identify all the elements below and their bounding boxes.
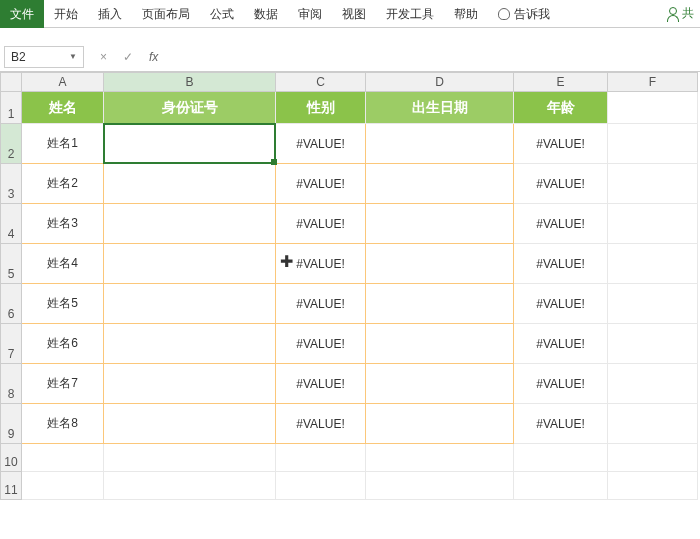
cell[interactable]: 姓名4 [22,244,104,284]
cell[interactable]: #VALUE! [276,164,366,204]
cell[interactable]: #VALUE! [276,244,366,284]
cell[interactable]: 姓名6 [22,324,104,364]
tab-view[interactable]: 视图 [332,0,376,28]
cell[interactable] [608,444,698,472]
tab-review[interactable]: 审阅 [288,0,332,28]
cancel-icon[interactable]: × [100,50,107,64]
cell[interactable] [104,124,276,164]
tab-file[interactable]: 文件 [0,0,44,28]
cell[interactable] [104,244,276,284]
col-header-b[interactable]: B [104,72,276,92]
cell-d1[interactable]: 出生日期 [366,92,514,124]
cell[interactable]: #VALUE! [514,124,608,164]
tab-help[interactable]: 帮助 [444,0,488,28]
row-header[interactable]: 7 [0,324,22,364]
formula-input[interactable] [174,46,700,68]
cell[interactable] [104,324,276,364]
tab-data[interactable]: 数据 [244,0,288,28]
cell[interactable] [366,364,514,404]
row-header[interactable]: 3 [0,164,22,204]
cell[interactable]: #VALUE! [514,404,608,444]
share-button[interactable]: 共 [666,5,700,22]
row-header[interactable]: 11 [0,472,22,500]
cell[interactable] [366,124,514,164]
cell[interactable] [514,444,608,472]
tab-tellme[interactable]: 告诉我 [488,0,560,28]
cell-e1[interactable]: 年龄 [514,92,608,124]
cell[interactable]: #VALUE! [276,204,366,244]
cell[interactable]: #VALUE! [276,284,366,324]
cell[interactable]: #VALUE! [514,244,608,284]
cell-a1[interactable]: 姓名 [22,92,104,124]
cell[interactable]: 姓名7 [22,364,104,404]
cell[interactable] [608,364,698,404]
cell[interactable] [22,472,104,500]
col-header-c[interactable]: C [276,72,366,92]
cell[interactable] [608,284,698,324]
cell[interactable] [366,164,514,204]
col-header-e[interactable]: E [514,72,608,92]
col-header-d[interactable]: D [366,72,514,92]
cell[interactable] [104,284,276,324]
cell[interactable] [366,244,514,284]
cell[interactable] [366,324,514,364]
col-header-f[interactable]: F [608,72,698,92]
tab-insert[interactable]: 插入 [88,0,132,28]
cell[interactable]: #VALUE! [514,164,608,204]
cell[interactable] [104,364,276,404]
cell[interactable] [104,164,276,204]
cell[interactable] [104,404,276,444]
cell[interactable]: #VALUE! [276,364,366,404]
cell[interactable] [608,204,698,244]
cell-f1[interactable] [608,92,698,124]
cell[interactable] [608,164,698,204]
row-header[interactable]: 8 [0,364,22,404]
cell[interactable] [366,472,514,500]
cell[interactable]: #VALUE! [514,204,608,244]
cell-b1[interactable]: 身份证号 [104,92,276,124]
cell[interactable]: #VALUE! [276,404,366,444]
cell[interactable] [104,472,276,500]
cell[interactable] [104,444,276,472]
tab-layout[interactable]: 页面布局 [132,0,200,28]
select-all-corner[interactable] [0,72,22,92]
cell[interactable] [366,204,514,244]
cell[interactable] [276,444,366,472]
cell[interactable]: 姓名1 [22,124,104,164]
cell[interactable]: #VALUE! [514,364,608,404]
tab-home[interactable]: 开始 [44,0,88,28]
cell[interactable]: #VALUE! [514,324,608,364]
row-header[interactable]: 2 [0,124,22,164]
tab-developer[interactable]: 开发工具 [376,0,444,28]
name-box[interactable]: B2 ▼ [4,46,84,68]
cell[interactable]: 姓名5 [22,284,104,324]
cell[interactable] [104,204,276,244]
confirm-icon[interactable]: ✓ [123,50,133,64]
row-header[interactable]: 10 [0,444,22,472]
cell[interactable]: 姓名3 [22,204,104,244]
fx-icon[interactable]: fx [149,50,158,64]
cell[interactable] [366,404,514,444]
cell[interactable]: #VALUE! [514,284,608,324]
cell-c1[interactable]: 性别 [276,92,366,124]
cell[interactable] [514,472,608,500]
cell[interactable] [608,324,698,364]
cell[interactable] [608,404,698,444]
cell[interactable]: #VALUE! [276,124,366,164]
row-header[interactable]: 9 [0,404,22,444]
row-header[interactable]: 5 [0,244,22,284]
cell[interactable] [22,444,104,472]
col-header-a[interactable]: A [22,72,104,92]
cell[interactable] [366,284,514,324]
cell[interactable] [608,472,698,500]
cell[interactable] [276,472,366,500]
cell[interactable] [366,444,514,472]
row-header[interactable]: 6 [0,284,22,324]
cell[interactable] [608,124,698,164]
cell[interactable]: #VALUE! [276,324,366,364]
cell[interactable] [608,244,698,284]
cell[interactable]: 姓名8 [22,404,104,444]
row-header-1[interactable]: 1 [0,92,22,124]
row-header[interactable]: 4 [0,204,22,244]
tab-formulas[interactable]: 公式 [200,0,244,28]
